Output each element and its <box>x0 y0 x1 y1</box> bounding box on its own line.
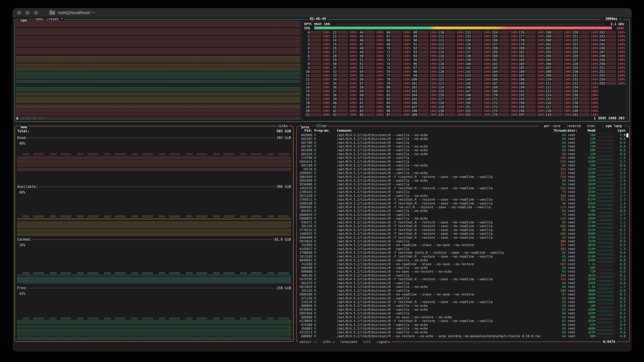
update-interval-control[interactable]: - 3000ms + <box>600 17 623 21</box>
process-row[interactable]: 70174R/opt/R/4.5.2/lib/R/bin/exec/R --va… <box>298 167 626 171</box>
process-row[interactable]: 680094R/opt/R/4.5.2/lib/R/bin/exec/R --v… <box>298 304 626 308</box>
tree-toggle[interactable]: tree <box>587 124 596 128</box>
process-row[interactable]: 4040662R/opt/R/4.5.2/lib/R/bin/exec/R --… <box>298 258 626 262</box>
core-usage-value: 100% <box>483 81 491 85</box>
core-usage-value: 100% <box>322 50 330 54</box>
process-row[interactable]: 3813825R/opt/R/4.5.2/lib/R/bin/exec/R --… <box>298 285 626 289</box>
program-column-header[interactable]: Program: <box>314 129 337 133</box>
kill-action[interactable]: kill <box>363 340 371 344</box>
leader-dots <box>596 270 614 273</box>
process-row[interactable]: 1913103R/opt/R/4.5.2/lib/R/bin/exec/R -f… <box>298 255 626 258</box>
process-row[interactable]: 2660935R/opt/R/4.5.2/lib/R/bin/exec/R --… <box>298 213 626 216</box>
user-column-header[interactable]: User: <box>568 129 582 133</box>
scrollbar-thumb[interactable] <box>626 133 628 137</box>
process-row[interactable]: 456803R/opt/R/4.5.2/lib/R/bin/exec/R --v… <box>298 327 626 330</box>
interval-decrease-button[interactable]: - <box>601 17 603 21</box>
mem-column-header[interactable]: MemB <box>582 129 596 133</box>
core-mini-graph <box>338 94 348 97</box>
disks-toggle[interactable]: disks <box>277 124 289 128</box>
filter-button[interactable]: filter <box>314 124 328 128</box>
core-cell: 110100% <box>438 30 464 34</box>
reverse-toggle[interactable]: reverse <box>566 124 581 128</box>
process-row[interactable]: 680548R/opt/R/4.5.2/lib/R/bin/exec/R --v… <box>298 266 626 270</box>
select-action[interactable]: select ↓↑ <box>300 340 317 344</box>
core-number: 233 <box>572 81 578 85</box>
process-row[interactable]: 124786R/opt/R/4.5.2/lib/R/bin/exec/R --v… <box>298 156 626 160</box>
process-row[interactable]: 681706R/opt/R/4.5.2/lib/R/bin/exec/R --v… <box>298 141 626 144</box>
scroll-down-icon[interactable]: ↓ <box>624 334 626 337</box>
pid-column-header[interactable]: Pid: <box>298 129 312 133</box>
process-user: root <box>568 179 582 182</box>
process-row[interactable]: 2000581R/opt/R/4.5.2/lib/R/bin/exec/R -f… <box>298 205 626 209</box>
process-row[interactable]: 680086R/opt/R/4.5.2/lib/R/bin/exec/R --n… <box>298 315 626 319</box>
process-row[interactable]: 3989100R/opt/R/4.5.2/lib/R/bin/exec/R --… <box>298 292 626 296</box>
process-row[interactable]: 3991850R/opt/R/4.5.2/lib/R/bin/exec/R --… <box>298 179 626 182</box>
mem-panel-title[interactable]: 2mem <box>18 124 28 129</box>
process-row[interactable]: 2205432R/opt/R/4.5.2/lib/R/bin/exec/R --… <box>298 190 626 194</box>
process-row[interactable]: 281144R/opt/R/4.5.2/lib/R/bin/exec/R -f … <box>298 224 626 228</box>
process-row[interactable]: 936371R/opt/R/4.5.2/lib/R/bin/exec/R -f … <box>298 220 626 224</box>
process-row[interactable]: 2997840R/opt/R/4.5.2/lib/R/bin/exec/R --… <box>298 312 626 315</box>
process-row[interactable]: 3974654R/opt/R/4.5.2/lib/R/bin/exec/R --… <box>298 239 626 243</box>
sort-prev-arrow-icon[interactable]: ‹ <box>602 124 604 128</box>
process-row[interactable]: 680088R/opt/R/4.5.2/lib/R/bin/exec/R --n… <box>298 270 626 274</box>
process-row[interactable]: 2778122R/opt/R/4.5.2/lib/R/bin/exec/R -f… <box>298 228 626 232</box>
process-row[interactable]: 682282R/opt/R/4.5.2/lib/R/bin/exec/R --v… <box>298 137 626 140</box>
threads-column-header[interactable]: Threads: <box>553 129 566 133</box>
terminate-action[interactable]: terminate <box>340 340 358 344</box>
process-row[interactable]: 680092R/opt/R/4.5.2/lib/R/bin/exec/R --n… <box>298 334 626 338</box>
core-cell: 192100% <box>519 93 545 97</box>
process-row[interactable]: 460146R/opt/R/4.5.2/lib/R/bin/exec/R --v… <box>298 274 626 277</box>
process-row[interactable]: 391193R/opt/R/4.5.2/lib/R/bin/exec/R --v… <box>298 289 626 292</box>
process-row[interactable]: 3760511R/opt/R/4.5.2/lib/R/bin/exec/R -f… <box>298 198 626 201</box>
process-row[interactable]: 3798668R/opt/R/4.5.2/lib/R/bin/exec/R -f… <box>298 251 626 255</box>
close-button[interactable] <box>17 11 21 15</box>
process-row[interactable]: 681898R/opt/R/4.5.2/lib/R/bin/exec/R --v… <box>298 148 626 152</box>
process-row[interactable]: 681109R/opt/R/4.5.2/lib/R/bin/exec/R --v… <box>298 164 626 167</box>
process-row[interactable]: 3539094R/opt/R/4.5.2/lib/R/bin/exec/R --… <box>298 308 626 311</box>
process-row[interactable]: 682068R/opt/R/4.5.2/lib/R/bin/exec/R --v… <box>298 133 626 137</box>
process-row[interactable]: 3880829R/opt/R/4.5.2/lib/R/bin/exec/R --… <box>298 217 626 220</box>
process-row[interactable]: 741855R/opt/R/4.5.2/lib/R/bin/exec/R --n… <box>298 243 626 247</box>
process-row[interactable]: 681626R/opt/R/4.5.2/lib/R/bin/exec/R --v… <box>298 152 626 156</box>
process-row[interactable]: 4145927R/opt/R/4.5.2/lib/R/bin/exec/R --… <box>298 247 626 251</box>
core-mini-graph <box>579 89 590 93</box>
titlebar[interactable]: root@localhost: ~ <box>13 8 632 18</box>
process-row[interactable]: 681651R/opt/R/4.5.2/lib/R/bin/exec/R --v… <box>298 209 626 213</box>
process-row[interactable]: 679288R/opt/R/4.5.2/lib/R/bin/exec/R --v… <box>298 323 626 327</box>
core-cell: 95100% <box>412 58 438 62</box>
process-row[interactable]: 4170059R/opt/R/4.5.2/lib/R/bin/exec/R -f… <box>298 319 626 323</box>
process-row[interactable]: 1891614R/opt/R/4.5.2/lib/R/bin/exec/R --… <box>298 160 626 163</box>
core-mini-graph <box>498 82 509 85</box>
process-row[interactable]: 2864269R/opt/R/4.5.2/lib/R/bin/exec/R -f… <box>298 175 626 179</box>
core-mini-graph <box>525 97 536 100</box>
process-row[interactable]: 471126R/opt/R/4.5.2/lib/R/bin/exec/R --v… <box>298 296 626 300</box>
process-row[interactable]: 2921328R/opt/R/4.5.2/lib/R/bin/exec/R --… <box>298 194 626 198</box>
core-number: 239 <box>572 105 578 109</box>
sort-next-arrow-icon[interactable]: › <box>624 124 626 128</box>
process-row[interactable]: 3212213R/opt/R/4.5.2/lib/R/bin/exec/R --… <box>298 331 626 334</box>
interval-increase-button[interactable]: + <box>620 17 622 21</box>
process-row[interactable]: 1462276R/opt/R/4.5.2/lib/R/bin/exec/R -f… <box>298 186 626 190</box>
core-mini-graph <box>364 94 375 97</box>
process-row[interactable]: 1979795R/opt/R/4.5.2/lib/R/bin/exec/R -f… <box>298 277 626 281</box>
cpu-column-header[interactable]: Cpu% ↑ <box>615 129 626 133</box>
process-row[interactable]: 1689198R/opt/R/4.5.2/lib/R/bin/exec/R -f… <box>298 201 626 205</box>
process-row[interactable]: 681707R/opt/R/4.5.2/lib/R/bin/exec/R --v… <box>298 144 626 148</box>
process-row[interactable]: 1486552R/opt/R/4.5.2/lib/R/bin/exec/R -f… <box>298 232 626 235</box>
info-action[interactable]: info ↵ <box>323 340 334 344</box>
sort-selector[interactable]: ‹ cpu lazy › <box>602 124 626 128</box>
command-column-header[interactable]: Command: <box>337 129 553 133</box>
process-row[interactable]: 741650R/opt/R/4.5.2/lib/R/bin/exec/R --n… <box>298 262 626 266</box>
core-cell: 91100% <box>412 42 438 46</box>
core-cell: 78100% <box>384 77 410 81</box>
minimize-button[interactable] <box>26 11 30 15</box>
per-core-toggle[interactable]: per-core <box>544 124 560 128</box>
process-row[interactable]: 3556968R/opt/R/4.5.2/lib/R/bin/exec/R --… <box>298 182 626 186</box>
process-row[interactable]: 602479R/opt/R/4.5.2/lib/R/bin/exec/R --v… <box>298 281 626 285</box>
signals-action[interactable]: signals <box>376 340 390 344</box>
process-row[interactable]: 1995697R/opt/R/4.5.2/lib/R/bin/exec/R --… <box>298 171 626 175</box>
process-row[interactable]: 3994998R/opt/R/4.5.2/lib/R/bin/exec/R -f… <box>298 236 626 239</box>
process-row[interactable]: 219124R/opt/R/4.5.2/lib/R/bin/exec/R -f … <box>298 300 626 304</box>
zoom-button[interactable] <box>34 11 38 15</box>
